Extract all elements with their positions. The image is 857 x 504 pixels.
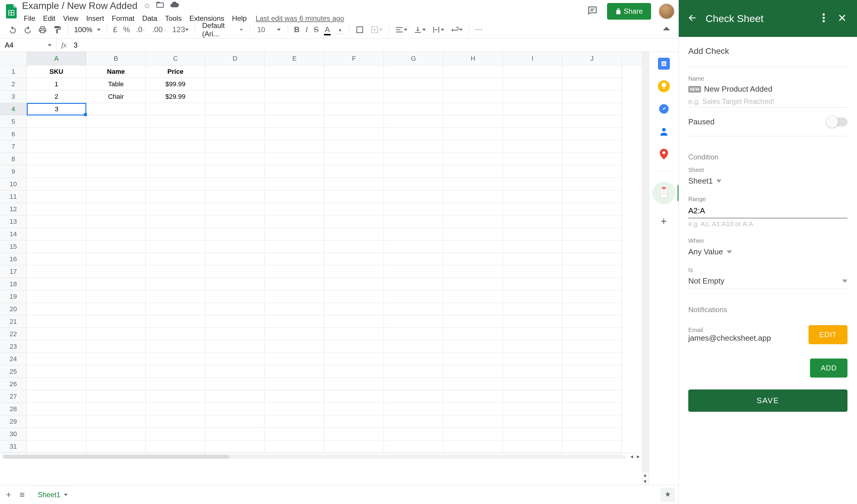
cell[interactable]	[324, 140, 384, 153]
cell[interactable]	[384, 65, 443, 78]
column-header[interactable]: C	[146, 52, 205, 65]
cell[interactable]	[443, 228, 503, 240]
cell[interactable]	[562, 65, 622, 78]
cell[interactable]	[265, 403, 324, 415]
cell[interactable]	[503, 190, 562, 203]
cell[interactable]	[265, 353, 324, 365]
move-icon[interactable]	[154, 0, 166, 13]
cell[interactable]	[443, 203, 503, 215]
cell[interactable]	[384, 228, 443, 240]
cell[interactable]	[503, 353, 562, 365]
cell[interactable]	[205, 215, 265, 228]
cell[interactable]	[384, 78, 443, 90]
cell[interactable]	[324, 153, 384, 165]
cell[interactable]	[443, 165, 503, 178]
cell[interactable]	[503, 265, 562, 278]
cell[interactable]	[562, 103, 622, 115]
cell[interactable]	[146, 178, 205, 190]
v-align-icon[interactable]	[411, 23, 428, 36]
column-header[interactable]: A	[27, 52, 86, 65]
cell[interactable]	[86, 390, 146, 403]
font-family-dropdown[interactable]: Default (Ari...	[199, 20, 246, 39]
column-header[interactable]: E	[265, 52, 324, 65]
cell[interactable]	[562, 265, 622, 278]
cell[interactable]: Table	[86, 78, 146, 90]
h-scrollbar[interactable]: ◄ ►	[0, 453, 641, 460]
cell[interactable]	[27, 415, 86, 428]
cell[interactable]	[205, 240, 265, 253]
cell[interactable]	[503, 78, 562, 90]
strikethrough-icon[interactable]: S	[311, 23, 321, 36]
cell[interactable]	[27, 253, 86, 265]
cell[interactable]	[443, 128, 503, 140]
cell[interactable]	[503, 140, 562, 153]
cell[interactable]	[324, 278, 384, 290]
cell[interactable]	[86, 265, 146, 278]
all-sheets-icon[interactable]: ≡	[17, 487, 27, 502]
cell[interactable]	[27, 190, 86, 203]
name-input[interactable]	[688, 96, 847, 108]
cell[interactable]	[146, 440, 205, 453]
cell[interactable]	[86, 178, 146, 190]
row-header[interactable]: 23	[0, 340, 27, 353]
cell[interactable]	[265, 228, 324, 240]
cell[interactable]	[324, 253, 384, 265]
sheet-tab-active[interactable]: Sheet1	[31, 486, 75, 503]
cell[interactable]: Chair	[86, 90, 146, 103]
cell[interactable]	[324, 340, 384, 353]
cell[interactable]	[443, 303, 503, 315]
cell[interactable]	[265, 315, 324, 328]
cell[interactable]	[443, 178, 503, 190]
cell[interactable]	[384, 328, 443, 340]
cell[interactable]	[384, 353, 443, 365]
cell[interactable]	[27, 265, 86, 278]
cell[interactable]	[562, 415, 622, 428]
cell[interactable]	[503, 365, 562, 378]
cell[interactable]	[324, 365, 384, 378]
cell[interactable]	[443, 90, 503, 103]
cell[interactable]	[146, 153, 205, 165]
cell[interactable]	[503, 228, 562, 240]
cell[interactable]	[324, 328, 384, 340]
column-header[interactable]: G	[384, 52, 443, 65]
select-all-corner[interactable]	[0, 52, 27, 65]
cell[interactable]	[503, 290, 562, 303]
row-header[interactable]: 2	[0, 78, 27, 90]
cell[interactable]	[443, 65, 503, 78]
cell[interactable]	[503, 403, 562, 415]
cell[interactable]	[503, 153, 562, 165]
cell[interactable]	[86, 290, 146, 303]
cell[interactable]	[503, 165, 562, 178]
cell[interactable]	[443, 328, 503, 340]
cell[interactable]	[27, 140, 86, 153]
cell[interactable]	[384, 415, 443, 428]
currency-pound-icon[interactable]: £	[111, 23, 119, 36]
cell[interactable]	[86, 278, 146, 290]
row-header[interactable]: 11	[0, 190, 27, 203]
cell[interactable]	[265, 153, 324, 165]
formula-input[interactable]	[71, 39, 678, 51]
print-icon[interactable]	[36, 23, 49, 36]
cell[interactable]: Name	[86, 65, 146, 78]
row-header[interactable]: 25	[0, 365, 27, 378]
cell[interactable]	[265, 165, 324, 178]
cell[interactable]	[562, 278, 622, 290]
cell[interactable]	[86, 115, 146, 128]
column-header[interactable]: J	[562, 52, 622, 65]
row-header[interactable]: 20	[0, 303, 27, 315]
cell[interactable]	[205, 90, 265, 103]
row-header[interactable]: 21	[0, 315, 27, 328]
cell[interactable]	[562, 365, 622, 378]
cell[interactable]	[27, 215, 86, 228]
text-wrap-icon[interactable]	[430, 23, 447, 36]
cell[interactable]	[562, 378, 622, 390]
cell[interactable]	[86, 378, 146, 390]
cell[interactable]	[205, 228, 265, 240]
cell[interactable]	[265, 303, 324, 315]
cloud-status-icon[interactable]	[169, 0, 180, 13]
cell[interactable]	[265, 115, 324, 128]
is-select[interactable]: Not Empty	[688, 274, 847, 289]
paused-toggle[interactable]	[826, 118, 847, 127]
row-header[interactable]: 1	[0, 65, 27, 78]
row-header[interactable]: 5	[0, 115, 27, 128]
